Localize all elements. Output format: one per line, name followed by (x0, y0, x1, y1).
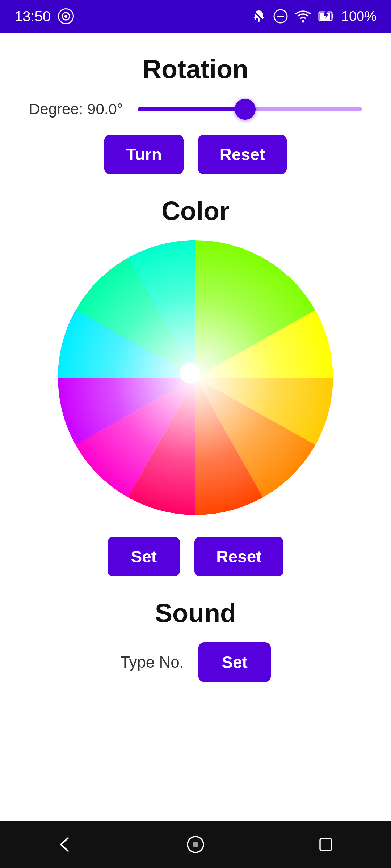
status-time: 13:50 (14, 8, 51, 25)
wifi-icon (295, 9, 311, 24)
color-wheel[interactable] (58, 240, 333, 515)
nav-recent-button[interactable] (311, 830, 340, 859)
nav-home-button[interactable] (181, 830, 210, 859)
rotation-slider-wrapper (138, 98, 362, 120)
svg-point-14 (193, 842, 198, 847)
battery-icon (318, 9, 334, 24)
rotation-title: Rotation (143, 54, 248, 84)
rotation-button-row: Turn Reset (104, 135, 287, 174)
mute-icon (252, 9, 266, 24)
color-title: Color (161, 196, 230, 226)
sound-set-button[interactable]: Set (198, 642, 271, 682)
status-right: 100% (252, 9, 377, 24)
app-icon (58, 8, 74, 24)
color-section: Color (22, 196, 369, 576)
main-content: Rotation Degree: 90.0° Turn Reset Color (0, 33, 391, 821)
sound-row: Type No. Set (120, 642, 271, 682)
battery-percent: 100% (341, 9, 377, 24)
sound-title: Sound (155, 598, 236, 628)
nav-back-button[interactable] (51, 830, 80, 859)
nav-bar (0, 821, 391, 868)
rotation-reset-button[interactable]: Reset (198, 135, 287, 174)
type-no-label: Type No. (120, 653, 184, 671)
color-selector-dot (180, 363, 200, 383)
dnd-icon (273, 9, 288, 24)
svg-rect-15 (320, 839, 332, 850)
svg-point-4 (258, 18, 260, 21)
status-left: 13:50 (14, 8, 74, 25)
slider-knob[interactable] (235, 99, 256, 120)
turn-button[interactable]: Turn (104, 135, 184, 174)
status-bar: 13:50 (0, 0, 391, 33)
color-wheel-container[interactable] (58, 240, 333, 515)
sound-section: Sound Type No. Set (22, 598, 369, 682)
degree-row: Degree: 90.0° (22, 98, 369, 120)
rotation-section: Rotation Degree: 90.0° Turn Reset (22, 54, 369, 174)
degree-label: Degree: 90.0° (29, 101, 123, 118)
svg-point-1 (64, 15, 67, 18)
color-button-row: Set Reset (108, 537, 283, 576)
color-set-button[interactable]: Set (108, 537, 180, 576)
slider-fill (138, 107, 245, 111)
color-reset-button[interactable]: Reset (194, 537, 283, 576)
svg-rect-8 (332, 14, 333, 18)
